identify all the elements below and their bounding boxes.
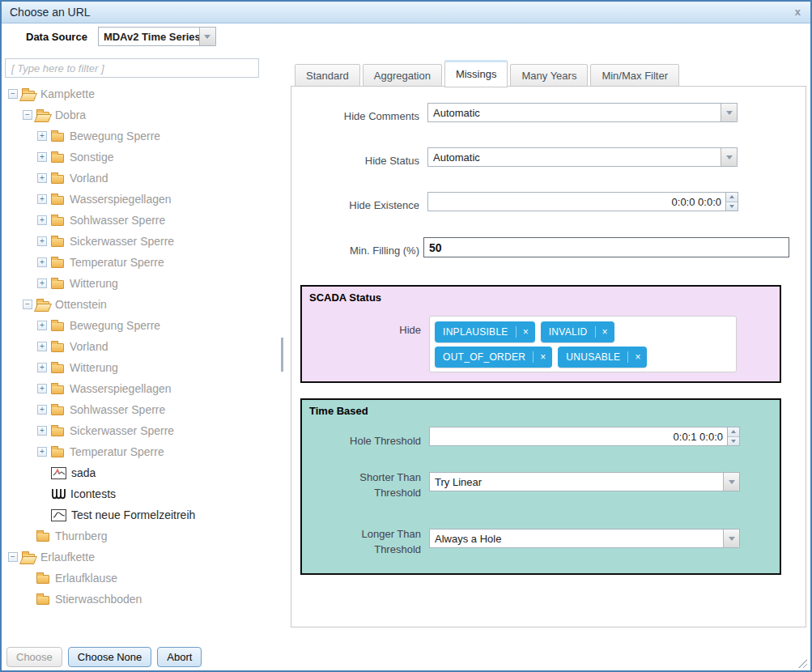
tree-item[interactable]: +Vorland xyxy=(5,336,280,357)
tree-item-label[interactable]: Sohlwasser Sperre xyxy=(70,214,165,227)
tree-item[interactable]: −Erlaufkette xyxy=(5,547,280,568)
tree-item-label[interactable]: sada xyxy=(71,466,96,479)
expand-toggle-icon[interactable]: + xyxy=(37,447,47,457)
spin-down-button[interactable] xyxy=(728,436,739,446)
shorter-than-select[interactable]: Try Linear xyxy=(429,472,740,491)
tree-item-label[interactable]: Sonstige xyxy=(70,151,113,164)
tag-remove-icon[interactable]: × xyxy=(627,351,647,363)
tree-item-label[interactable]: Thurnberg xyxy=(55,530,108,542)
tree-item-label[interactable]: Temperatur Sperre xyxy=(70,256,164,269)
expand-toggle-icon[interactable]: + xyxy=(37,321,47,330)
tree-item[interactable]: Test neue Formelzeitreih xyxy=(5,504,280,525)
close-icon[interactable]: x xyxy=(795,6,801,18)
choose-none-button[interactable]: Choose None xyxy=(68,647,152,667)
tree-item[interactable]: sada xyxy=(5,462,280,483)
tree-item-label[interactable]: Vorland xyxy=(70,340,108,353)
tree-item-label[interactable]: Vorland xyxy=(70,172,108,185)
tree-item[interactable]: +Bewegung Sperre xyxy=(5,315,280,336)
hole-threshold-input[interactable] xyxy=(429,427,727,446)
tree-item-label[interactable]: Icontests xyxy=(70,487,116,500)
tree-item[interactable]: +Wasserspiegellagen xyxy=(5,189,280,210)
tree-item[interactable]: +Bewegung Sperre xyxy=(5,125,280,147)
tree-item[interactable]: Icontests xyxy=(5,483,280,504)
hide-existence-input[interactable] xyxy=(427,192,725,211)
expand-toggle-icon[interactable]: + xyxy=(37,342,47,351)
tree-item-label[interactable]: Ottenstein xyxy=(55,298,107,311)
min-filling-input[interactable] xyxy=(423,237,789,257)
expand-toggle-icon[interactable]: + xyxy=(37,363,47,372)
tree-item[interactable]: +Sohlwasser Sperre xyxy=(5,210,280,231)
tree-item-label[interactable]: Bewegung Sperre xyxy=(70,319,160,332)
tree-item-label[interactable]: Kampkette xyxy=(40,87,95,100)
tree-item-label[interactable]: Wasserspiegellagen xyxy=(70,193,172,206)
tag-remove-icon[interactable]: × xyxy=(516,326,535,338)
longer-than-dropdown-button[interactable] xyxy=(723,530,739,547)
tree-item[interactable]: +Temperatur Sperre xyxy=(5,441,280,462)
tree-item-label[interactable]: Witterung xyxy=(70,277,118,290)
tag-remove-icon[interactable]: × xyxy=(533,351,552,363)
expand-toggle-icon[interactable]: + xyxy=(37,173,47,183)
tab-min-max-filter[interactable]: Min/Max Filter xyxy=(590,64,679,87)
tree-scrollbar-thumb[interactable] xyxy=(281,338,283,372)
expand-toggle-icon[interactable]: + xyxy=(37,236,47,246)
expand-toggle-icon[interactable]: + xyxy=(37,194,47,204)
tree-item[interactable]: +Witterung xyxy=(5,357,280,378)
tree-item[interactable]: +Sickerwasser Sperre xyxy=(5,231,280,252)
expand-toggle-icon[interactable]: + xyxy=(37,215,47,225)
tree-item[interactable]: +Sickerwasser Sperre xyxy=(5,420,280,441)
tree-item-label[interactable]: Wasserspiegellagen xyxy=(70,382,172,395)
expand-toggle-icon[interactable]: + xyxy=(37,257,47,267)
tree-item-label[interactable]: Erlaufklause xyxy=(55,572,117,585)
tab-missings[interactable]: Missings xyxy=(444,60,508,87)
tree-item[interactable]: −Ottenstein xyxy=(5,294,280,315)
tree-item[interactable]: −Kampkette xyxy=(5,83,280,104)
hide-comments-select[interactable]: Automatic xyxy=(427,103,738,122)
tree-item-label[interactable]: Erlaufkette xyxy=(40,551,95,564)
abort-button[interactable]: Abort xyxy=(157,647,202,667)
expand-toggle-icon[interactable]: + xyxy=(37,426,47,436)
tree-item[interactable]: Thurnberg xyxy=(5,525,280,547)
hide-status-select[interactable]: Automatic xyxy=(427,147,738,167)
tree-item[interactable]: Erlaufklause xyxy=(5,568,280,589)
expand-toggle-icon[interactable]: + xyxy=(37,405,47,415)
data-source-dropdown-button[interactable] xyxy=(199,28,215,45)
tree-item[interactable]: Stierwaschboden xyxy=(5,589,280,610)
tab-many-years[interactable]: Many Years xyxy=(510,64,588,87)
collapse-toggle-icon[interactable]: − xyxy=(8,89,18,99)
tree-item[interactable]: +Witterung xyxy=(5,273,280,294)
tree-item[interactable]: +Sohlwasser Sperre xyxy=(5,399,280,420)
resize-grip[interactable] xyxy=(798,659,807,668)
spin-up-button[interactable] xyxy=(728,427,739,436)
data-source-select[interactable]: MDAv2 Time Series xyxy=(98,27,216,46)
tree-item[interactable]: +Wasserspiegellagen xyxy=(5,378,280,399)
tree-item-label[interactable]: Sickerwasser Sperre xyxy=(70,424,174,437)
collapse-toggle-icon[interactable]: − xyxy=(8,552,18,562)
choose-button[interactable]: Choose xyxy=(6,647,62,667)
collapse-toggle-icon[interactable]: − xyxy=(23,300,32,309)
tree-item[interactable]: +Temperatur Sperre xyxy=(5,252,280,273)
hide-status-dropdown-button[interactable] xyxy=(721,148,737,166)
tree-item[interactable]: −Dobra xyxy=(5,104,280,125)
tree-item[interactable]: +Sonstige xyxy=(5,147,280,168)
expand-toggle-icon[interactable]: + xyxy=(37,131,47,141)
tree-item-label[interactable]: Sickerwasser Sperre xyxy=(70,235,174,248)
tab-aggregation[interactable]: Aggregation xyxy=(363,64,442,87)
scada-hide-tags-field[interactable]: INPLAUSIBLE×INVALID×OUT_OF_ORDER×UNUSABL… xyxy=(429,316,737,372)
tab-standard[interactable]: Standard xyxy=(295,64,360,87)
expand-toggle-icon[interactable]: + xyxy=(37,152,47,162)
collapse-toggle-icon[interactable]: − xyxy=(23,110,32,120)
longer-than-select[interactable]: Always a Hole xyxy=(429,529,740,548)
tree-item-label[interactable]: Dobra xyxy=(55,108,86,121)
expand-toggle-icon[interactable]: + xyxy=(37,384,47,393)
tree-item-label[interactable]: Witterung xyxy=(70,361,118,374)
tree-item[interactable]: +Vorland xyxy=(5,168,280,189)
tree-item-label[interactable]: Temperatur Sperre xyxy=(70,445,164,458)
hide-comments-dropdown-button[interactable] xyxy=(721,104,737,121)
expand-toggle-icon[interactable]: + xyxy=(37,279,47,288)
shorter-than-dropdown-button[interactable] xyxy=(723,473,739,491)
spin-down-button[interactable] xyxy=(726,202,738,211)
tree-item-label[interactable]: Sohlwasser Sperre xyxy=(70,403,165,416)
tree-item-label[interactable]: Bewegung Sperre xyxy=(70,130,160,142)
tag-remove-icon[interactable]: × xyxy=(595,326,614,338)
tree-item-label[interactable]: Stierwaschboden xyxy=(55,593,142,606)
